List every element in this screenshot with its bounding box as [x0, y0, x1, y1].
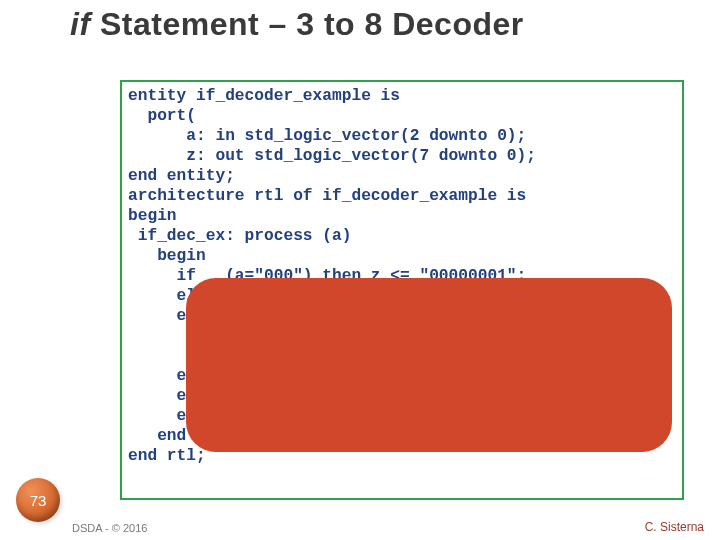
redaction-overlay	[186, 278, 672, 452]
page-number-badge: 73	[16, 478, 60, 522]
code-line: architecture rtl of if_decoder_example i…	[128, 187, 526, 205]
footer-left: DSDA - © 2016	[72, 522, 147, 534]
slide-title: if Statement – 3 to 8 Decoder	[70, 6, 700, 43]
code-line: a: in std_logic_vector(2 downto 0);	[128, 127, 526, 145]
page-number: 73	[30, 492, 47, 509]
code-line: end entity;	[128, 167, 235, 185]
footer-right: C. Sisterna	[645, 520, 704, 534]
slide: if Statement – 3 to 8 Decoder entity if_…	[0, 0, 720, 540]
code-line: if_dec_ex: process (a)	[128, 227, 351, 245]
code-line: entity if_decoder_example is	[128, 87, 400, 105]
code-line: begin	[128, 247, 206, 265]
code-line: z: out std_logic_vector(7 downto 0);	[128, 147, 536, 165]
code-line: end rtl;	[128, 447, 206, 465]
code-line: port(	[128, 107, 196, 125]
code-line: begin	[128, 207, 177, 225]
title-rest: Statement – 3 to 8 Decoder	[91, 6, 524, 42]
title-italic: if	[70, 6, 91, 42]
